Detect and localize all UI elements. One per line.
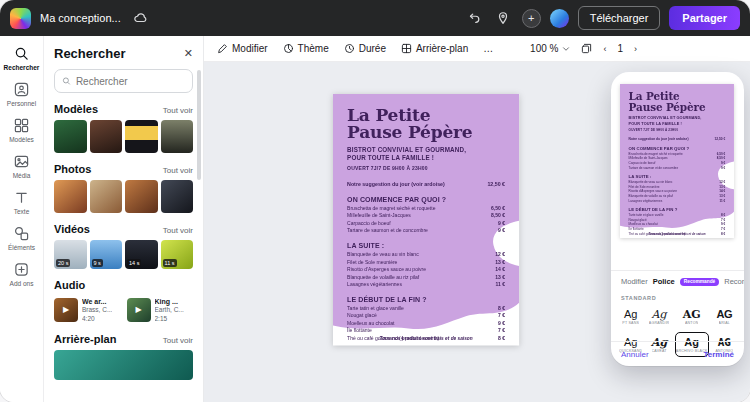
menu-item-row: Moelleux au chocolat9 € <box>629 223 726 226</box>
photos-see-all-link[interactable]: Tout voir <box>163 166 193 175</box>
document-title[interactable]: Ma conception... <box>40 12 121 24</box>
video-thumbnail[interactable]: 14 s <box>125 240 158 269</box>
panel-title: Rechercher <box>54 46 126 61</box>
menu-item-row: Bruschetta de magret séché et roquette6,… <box>347 205 505 211</box>
menu-item-row: Filet de Sole meunière13 € <box>347 259 505 265</box>
photo-thumbnail[interactable] <box>161 180 194 213</box>
video-thumbnail[interactable]: 9 s <box>90 240 123 269</box>
done-button[interactable]: Terminé <box>703 350 734 359</box>
elements-shapes-icon <box>14 226 29 241</box>
prev-page-button[interactable]: ‹ <box>603 44 606 54</box>
divider <box>611 270 744 271</box>
template-thumbnail[interactable] <box>161 120 194 153</box>
menu-item-row: Lasagnes végétariennes11 € <box>629 199 726 202</box>
menu-item-row: Bruschetta de magret séché et roquette6,… <box>629 152 726 155</box>
background-see-all-link[interactable]: Tout voir <box>163 336 193 345</box>
pencil-icon <box>217 43 228 54</box>
audio-thumbnail: ▶ <box>127 298 151 322</box>
share-button[interactable]: Partager <box>669 6 740 30</box>
more-options-button[interactable]: … <box>483 43 493 54</box>
user-avatar[interactable] <box>550 9 569 28</box>
poster-footer: Tous nos produits sont frais et de saiso… <box>333 335 519 341</box>
next-page-button[interactable]: › <box>634 44 637 54</box>
media-image-icon <box>14 154 29 169</box>
audio-track-card[interactable]: ▶ We ar... Brass, C... 4:20 <box>54 297 121 323</box>
photo-thumbnail[interactable] <box>54 180 87 213</box>
menu-item-row: Tartare de saumon et de concombre9 € <box>347 228 505 234</box>
font-option[interactable]: AGArial <box>712 304 737 329</box>
canva-logo[interactable] <box>10 8 31 29</box>
audio-duration: 2:15 <box>155 315 184 323</box>
poster-content: La Petite Pause Pépère BISTROT CONVIVIAL… <box>620 84 734 238</box>
undo-icon[interactable] <box>464 8 484 28</box>
search-input[interactable] <box>76 76 185 87</box>
invite-member-button[interactable]: + <box>522 9 541 28</box>
template-thumbnail[interactable] <box>90 120 123 153</box>
pages-view-button[interactable] <box>581 43 592 54</box>
modeles-see-all-link[interactable]: Tout voir <box>163 106 193 115</box>
font-option[interactable]: AgPT Sans <box>618 304 643 329</box>
photo-thumbnail[interactable] <box>125 180 158 213</box>
search-icon <box>14 46 29 61</box>
rail-item-modeles[interactable]: Modèles <box>0 113 44 149</box>
rail-item-texte[interactable]: Texte <box>0 185 44 221</box>
menu-item-row: Île flottante7 € <box>347 328 505 334</box>
download-button[interactable]: Télécharger <box>578 6 661 30</box>
duration-tool-button[interactable]: Durée <box>344 43 386 54</box>
videos-see-all-link[interactable]: Tout voir <box>163 226 193 235</box>
video-duration-badge: 11 s <box>163 259 177 267</box>
background-section-title: Arrière-plan <box>54 333 116 345</box>
position-pin-icon[interactable] <box>493 8 513 28</box>
video-thumbnail[interactable]: 11 s <box>161 240 194 269</box>
phone-tab-recommandations[interactable]: Recommandations <box>724 277 744 286</box>
font-option[interactable]: AgAgrandir <box>646 304 671 329</box>
play-icon[interactable]: ▶ <box>54 298 78 322</box>
rail-item-rechercher[interactable]: Rechercher <box>0 41 44 77</box>
menu-item-row: Blanquette de veau au vin blanc12 € <box>347 251 505 257</box>
template-thumbnail[interactable] <box>125 120 158 153</box>
background-tool-button[interactable]: Arrière-plan <box>401 43 468 54</box>
background-thumbnail[interactable] <box>54 350 193 380</box>
zoom-control[interactable]: 100 % <box>530 43 570 54</box>
close-icon[interactable]: ✕ <box>184 47 193 60</box>
modeles-thumbnails <box>54 120 193 153</box>
rail-item-media[interactable]: Média <box>0 149 44 185</box>
phone-tab-modifier[interactable]: Modifier <box>621 277 648 286</box>
menu-item-row: Tarte tatin et glace vanille8 € <box>629 213 726 216</box>
videos-section-title: Vidéos <box>54 223 90 235</box>
rail-item-addons[interactable]: Add ons <box>0 257 44 293</box>
menu-item-row: Moelleux au chocolat9 € <box>347 320 505 326</box>
editor-toolbar: Modifier Thème Durée Arrière-plan … 100 … <box>204 36 750 62</box>
play-icon[interactable]: ▶ <box>127 298 151 322</box>
audio-track-card[interactable]: ▶ King ... Earth, C... 2:15 <box>127 297 194 323</box>
addons-plus-icon <box>14 262 29 277</box>
menu-item-row: Filet de Sole meunière13 € <box>629 185 726 188</box>
edit-tool-button[interactable]: Modifier <box>217 43 268 54</box>
menu-item-row: Carpaccio de boeuf9 € <box>629 161 726 164</box>
search-input-box[interactable] <box>54 69 193 93</box>
font-option[interactable]: AGAnton <box>675 304 709 329</box>
menu-poster[interactable]: La Petite Pause Pépère BISTROT CONVIVIAL… <box>333 94 519 346</box>
menu-item-row: Millefeuille de Saint-Jacques8,50 € <box>629 157 726 160</box>
menu-item-row: Carpaccio de boeuf9 € <box>347 220 505 226</box>
video-thumbnail[interactable]: 20 s <box>54 240 87 269</box>
theme-tool-button[interactable]: Thème <box>283 43 329 54</box>
poster-subtitle: BISTROT CONVIVIAL ET GOURMAND, POUR TOUT… <box>629 116 726 126</box>
menu-item-row: Blanquette de volaille au riz pilaf13 € <box>629 194 726 197</box>
canvas-page[interactable]: La Petite Pause Pépère BISTROT CONVIVIAL… <box>333 94 520 346</box>
poster-hours: OUVERT 7J/7 DE 9H00 À 23H00 <box>347 165 505 171</box>
template-thumbnail[interactable] <box>54 120 87 153</box>
pages-icon <box>581 43 592 54</box>
menu-item-row: Nougat glacé7 € <box>347 313 505 319</box>
menu-section-heading: LE DÉBUT DE LA FIN ? <box>629 207 726 212</box>
phone-poster-slot[interactable]: La Petite Pause Pépère BISTROT CONVIVIAL… <box>620 84 734 238</box>
panel-scrollbar[interactable] <box>197 70 201 180</box>
rail-item-personnel[interactable]: Personnel <box>0 77 44 113</box>
menu-poster[interactable]: La Petite Pause Pépère BISTROT CONVIVIAL… <box>620 84 734 238</box>
audio-section-title: Audio <box>54 279 85 291</box>
phone-tab-police[interactable]: Police <box>653 277 675 286</box>
photo-thumbnail[interactable] <box>90 180 123 213</box>
rail-item-elements[interactable]: Éléments <box>0 221 44 257</box>
poster-subtitle: BISTROT CONVIVIAL ET GOURMAND, POUR TOUT… <box>347 146 505 162</box>
cancel-button[interactable]: Annuler <box>621 350 649 359</box>
